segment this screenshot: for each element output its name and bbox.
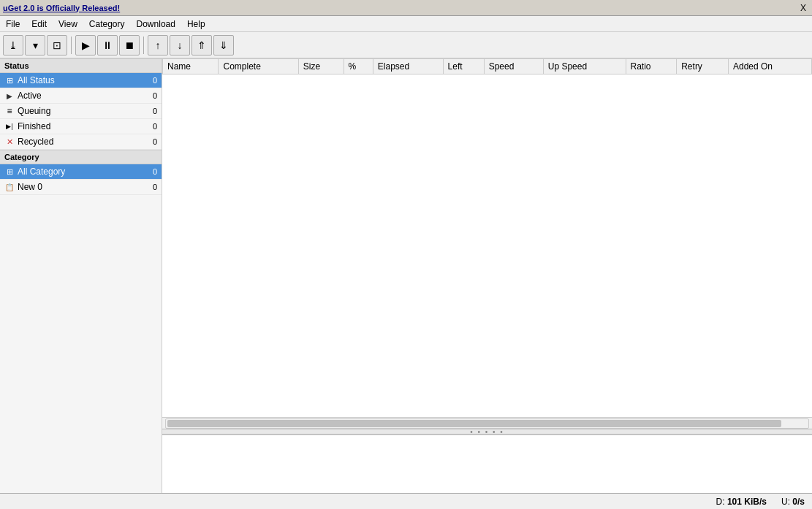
allstatus-icon <box>4 75 15 85</box>
category-item-label-new: New 0 <box>18 182 42 192</box>
titlebar: uGet 2.0 is Officially Released! X <box>0 0 812 16</box>
sidebar-item-count-finished: 0 <box>153 122 157 131</box>
col-elapsed[interactable]: Elapsed <box>373 59 443 74</box>
download-speed-item: D: 101 KiB/s <box>716 497 767 507</box>
downloads-grid: NameCompleteSize%ElapsedLeftSpeedUp Spee… <box>162 58 812 74</box>
move-down-button[interactable]: ↓ <box>170 35 190 56</box>
category-item-label-all-category: All Category <box>18 167 65 177</box>
allcategory-icon-0 <box>4 167 15 177</box>
recycled-icon <box>4 137 15 147</box>
status-section-header: Status <box>0 58 162 73</box>
sidebar-item-label-all-status: All Status <box>18 75 55 85</box>
log-area <box>162 435 812 493</box>
sidebar-item-count-all-status: 0 <box>153 76 157 85</box>
table-header: NameCompleteSize%ElapsedLeftSpeedUp Spee… <box>163 59 812 74</box>
titlebar-title[interactable]: uGet 2.0 is Officially Released! <box>3 4 120 12</box>
category-item-all-category[interactable]: All Category0 <box>0 164 162 180</box>
col-ratio[interactable]: Ratio <box>626 59 677 74</box>
download-table[interactable]: NameCompleteSize%ElapsedLeftSpeedUp Spee… <box>162 58 812 417</box>
sidebar-item-queuing[interactable]: Queuing0 <box>0 104 162 119</box>
sidebar-item-count-queuing: 0 <box>153 107 157 115</box>
category-item-count-new: 0 <box>153 183 157 191</box>
category-item-count-all-category: 0 <box>153 167 157 176</box>
category-items-container: All Category0New 00 <box>0 164 162 195</box>
menu-item-download[interactable]: Download <box>131 18 181 31</box>
sidebar-item-count-active: 0 <box>153 91 157 100</box>
menu-item-help[interactable]: Help <box>181 18 211 31</box>
col-up-speed[interactable]: Up Speed <box>543 59 626 74</box>
toolbar: ⤓▾⊡▶⏸⏹↑↓⇑⇓ <box>0 32 812 58</box>
col-speed[interactable]: Speed <box>484 59 543 74</box>
col-size[interactable]: Size <box>298 59 344 74</box>
sidebar-item-active[interactable]: Active0 <box>0 88 162 104</box>
col-complete[interactable]: Complete <box>219 59 298 74</box>
queuing-icon <box>4 106 15 116</box>
active-icon <box>4 91 15 101</box>
category-item-new[interactable]: New 00 <box>0 180 162 195</box>
sidebar: Status All Status0Active0Queuing0Finishe… <box>0 58 162 493</box>
content-area: NameCompleteSize%ElapsedLeftSpeedUp Spee… <box>162 58 812 493</box>
move-up-button[interactable]: ↑ <box>148 35 168 56</box>
sidebar-item-count-recycled: 0 <box>153 137 157 146</box>
col-retry[interactable]: Retry <box>677 59 729 74</box>
upload-speed-value: 0/s <box>792 497 805 507</box>
upload-label: U: <box>781 497 790 507</box>
separator1 <box>71 37 72 54</box>
finished-icon <box>4 121 15 131</box>
status-items-container: All Status0Active0Queuing0Finished0Recyc… <box>0 73 162 150</box>
pane-divider[interactable]: • • • • • <box>162 429 812 435</box>
close-button[interactable]: X <box>797 3 809 13</box>
menu-item-view[interactable]: View <box>53 18 83 31</box>
horizontal-scrollbar[interactable] <box>162 417 812 429</box>
menu-item-file[interactable]: File <box>0 18 26 31</box>
new-download-button[interactable]: ⤓ <box>3 35 23 56</box>
download-label: D: <box>716 497 725 507</box>
pause-button[interactable]: ⏸ <box>97 35 118 56</box>
menubar: FileEditViewCategoryDownloadHelp <box>0 16 812 32</box>
new-icon-1 <box>4 182 15 192</box>
download-speed-value: 101 KiB/s <box>727 497 767 507</box>
dropdown-button[interactable]: ▾ <box>25 35 45 56</box>
sidebar-item-label-queuing: Queuing <box>18 106 50 116</box>
separator2 <box>143 37 144 54</box>
sidebar-item-all-status[interactable]: All Status0 <box>0 73 162 88</box>
upload-speed-item: U: 0/s <box>781 497 805 507</box>
col-%[interactable]: % <box>344 59 373 74</box>
move-bottom-button[interactable]: ⇓ <box>213 35 234 56</box>
col-added-on[interactable]: Added On <box>729 59 812 74</box>
main-layout: Status All Status0Active0Queuing0Finishe… <box>0 58 812 493</box>
new-category-button[interactable]: ⊡ <box>47 35 67 56</box>
menu-item-edit[interactable]: Edit <box>26 18 53 31</box>
sidebar-item-label-recycled: Recycled <box>18 137 53 147</box>
col-name[interactable]: Name <box>163 59 219 74</box>
menu-item-category[interactable]: Category <box>83 18 131 31</box>
category-section-header: Category <box>0 150 162 164</box>
move-top-button[interactable]: ⇑ <box>191 35 212 56</box>
sidebar-item-label-finished: Finished <box>18 121 50 131</box>
stop-button[interactable]: ⏹ <box>119 35 140 56</box>
sidebar-item-finished[interactable]: Finished0 <box>0 119 162 134</box>
col-left[interactable]: Left <box>443 59 484 74</box>
statusbar: D: 101 KiB/s U: 0/s <box>0 493 812 509</box>
sidebar-item-label-active: Active <box>18 91 42 101</box>
start-button[interactable]: ▶ <box>75 35 96 56</box>
sidebar-item-recycled[interactable]: Recycled0 <box>0 134 162 150</box>
